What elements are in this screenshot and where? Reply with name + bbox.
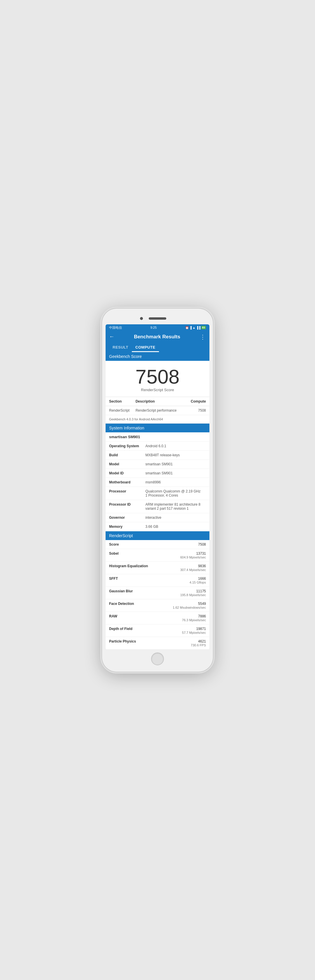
status-bar: 中国电信 9:25 ⏰ ▐ ▲ ▐▐ 83 xyxy=(106,325,209,331)
rs-val-sobel: 13731 xyxy=(180,552,206,555)
th-description: Description xyxy=(136,399,188,403)
th-compute: Compute xyxy=(188,399,206,403)
rs-sub-sfft: 4.15 Gflops xyxy=(190,581,206,584)
rs-val-particle: 4621 xyxy=(191,640,206,643)
rs-sub-dof: 57.7 Mpixels/sec xyxy=(182,631,206,634)
rs-val-sfft: 1666 xyxy=(190,577,206,581)
info-label-governor: Governor xyxy=(109,515,146,520)
carrier: 中国电信 xyxy=(109,326,122,330)
time: 9:25 xyxy=(150,326,157,329)
rs-score-label: Score xyxy=(109,542,119,546)
info-label-os: Operating System xyxy=(109,444,146,448)
note-row: Geekbench 4.0.3 for Android AArch64 xyxy=(106,415,209,423)
info-value-governor: interactive xyxy=(146,515,206,520)
info-label-modelid: Model ID xyxy=(109,471,146,475)
rs-row-raw: RAW 7886 76.3 Mpixels/sec xyxy=(106,612,209,624)
phone-top xyxy=(106,314,209,323)
rs-sub-facedetect: 1.62 Msubwindows/sec xyxy=(173,606,206,609)
tab-bar: RESULT COMPUTE xyxy=(106,343,209,352)
td-compute: 7508 xyxy=(188,409,206,412)
rs-sub-gaussian: 195.8 Mpixels/sec xyxy=(180,593,206,597)
th-section: Section xyxy=(109,399,136,403)
wifi-icon: ▲ xyxy=(193,326,195,329)
info-value-processorid: ARM implementer 81 architecture 8 varian… xyxy=(146,503,206,511)
rs-val-gaussian: 11175 xyxy=(180,589,206,593)
rs-label-dof: Depth of Field xyxy=(109,627,132,631)
rs-score-value: 7508 xyxy=(198,542,206,546)
rs-row-particle: Particle Physics 4621 730.6 FPS xyxy=(106,637,209,649)
info-row-motherboard: Motherboard msm8996 xyxy=(106,478,209,487)
info-row-os: Operating System Android 6.0.1 xyxy=(106,442,209,451)
info-label-build: Build xyxy=(109,453,146,457)
score-block: 7508 RenderScript Score xyxy=(106,361,209,397)
rs-label-sfft: SFFT xyxy=(109,577,118,581)
rs-sub-sobel: 604.9 Mpixels/sec xyxy=(180,555,206,559)
info-value-build: MXB48T release-keys xyxy=(146,453,206,457)
info-value-modelid: smartisan SM901 xyxy=(146,471,206,475)
info-value-memory: 3.66 GB xyxy=(146,525,206,529)
alarm-icon: ⏰ xyxy=(185,326,189,329)
rs-row-sfft: SFFT 1666 4.15 Gflops xyxy=(106,574,209,587)
more-button[interactable]: ⋮ xyxy=(200,333,206,340)
info-label-processorid: Processor ID xyxy=(109,503,146,506)
device-name: smartisan SM901 xyxy=(106,432,209,442)
rs-label-particle: Particle Physics xyxy=(109,640,136,643)
rs-label-facedetect: Face Detection xyxy=(109,602,134,606)
speaker xyxy=(149,317,166,320)
rs-row-histogram: Histogram Equalization 9836 307.4 Mpixel… xyxy=(106,562,209,574)
td-description: RenderScript performance xyxy=(136,409,188,412)
nav-title: Benchmark Results xyxy=(117,334,197,340)
info-row-memory: Memory 3.66 GB xyxy=(106,522,209,531)
info-value-model: smartisan SM901 xyxy=(146,462,206,466)
renderscript-header: RenderScript xyxy=(106,531,209,540)
table-row: RenderScript RenderScript performance 75… xyxy=(106,406,209,415)
rs-val-raw: 7886 xyxy=(182,614,206,618)
camera xyxy=(140,317,143,320)
info-row-governor: Governor interactive xyxy=(106,513,209,522)
info-value-motherboard: msm8996 xyxy=(146,480,206,484)
network-icon: ▐▐ xyxy=(196,326,200,329)
rs-label-sobel: Sobel xyxy=(109,552,119,555)
info-value-processor: Qualcomm Qualcomm @ 2.19 GHz1 Processor,… xyxy=(146,489,206,498)
geekbench-score-header: Geekbench Score xyxy=(106,352,209,361)
info-row-modelid: Model ID smartisan SM901 xyxy=(106,469,209,478)
rs-val-histogram: 9836 xyxy=(180,564,206,568)
info-label-memory: Memory xyxy=(109,525,146,529)
info-label-model: Model xyxy=(109,462,146,466)
back-button[interactable]: ← xyxy=(109,334,114,340)
td-section: RenderScript xyxy=(109,409,136,412)
rs-label-gaussian: Gaussian Blur xyxy=(109,589,133,593)
rs-score-row: Score 7508 xyxy=(106,540,209,549)
signal-icon: ▐ xyxy=(190,326,192,329)
rs-label-raw: RAW xyxy=(109,614,117,618)
rs-sub-histogram: 307.4 Mpixels/sec xyxy=(180,568,206,571)
info-row-build: Build MXB48T release-keys xyxy=(106,451,209,460)
rs-row-gaussian: Gaussian Blur 11175 195.8 Mpixels/sec xyxy=(106,587,209,599)
tab-compute[interactable]: COMPUTE xyxy=(132,343,159,352)
tab-result[interactable]: RESULT xyxy=(109,343,132,352)
system-info-header: System Information xyxy=(106,423,209,432)
phone-bottom xyxy=(106,652,209,665)
info-label-motherboard: Motherboard xyxy=(109,480,146,484)
main-score: 7508 xyxy=(109,367,206,387)
table-header: Section Description Compute xyxy=(106,397,209,406)
info-row-processorid: Processor ID ARM implementer 81 architec… xyxy=(106,500,209,513)
rs-row-sobel: Sobel 13731 604.9 Mpixels/sec xyxy=(106,549,209,562)
score-label: RenderScript Score xyxy=(109,388,206,392)
rs-row-dof: Depth of Field 19871 57.7 Mpixels/sec xyxy=(106,624,209,637)
phone-screen: 中国电信 9:25 ⏰ ▐ ▲ ▐▐ 83 ← Benchmark Result… xyxy=(106,325,209,649)
rs-row-facedetect: Face Detection 5549 1.62 Msubwindows/sec xyxy=(106,599,209,612)
info-row-model: Model smartisan SM901 xyxy=(106,460,209,469)
rs-sub-raw: 76.3 Mpixels/sec xyxy=(182,618,206,622)
home-button[interactable] xyxy=(151,652,164,665)
status-icons: ⏰ ▐ ▲ ▐▐ 83 xyxy=(185,326,206,329)
rs-val-dof: 19871 xyxy=(182,627,206,631)
nav-bar: ← Benchmark Results ⋮ xyxy=(106,331,209,343)
info-row-processor: Processor Qualcomm Qualcomm @ 2.19 GHz1 … xyxy=(106,487,209,500)
rs-label-histogram: Histogram Equalization xyxy=(109,564,148,568)
rs-sub-particle: 730.6 FPS xyxy=(191,643,206,647)
battery-badge: 83 xyxy=(201,326,206,329)
info-label-processor: Processor xyxy=(109,489,146,493)
rs-val-facedetect: 5549 xyxy=(173,602,206,606)
phone-frame: 中国电信 9:25 ⏰ ▐ ▲ ▐▐ 83 ← Benchmark Result… xyxy=(102,309,213,672)
